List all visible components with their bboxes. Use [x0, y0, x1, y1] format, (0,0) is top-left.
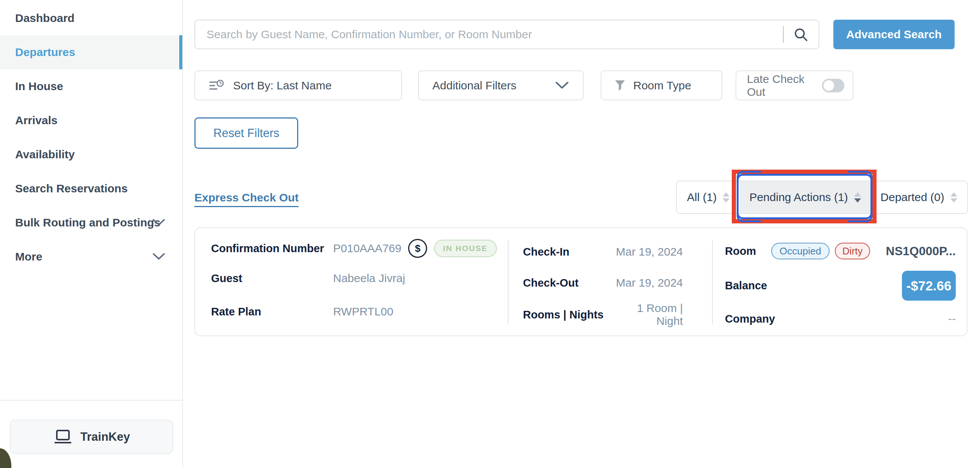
sidebar-item-label: Search Reservations: [15, 182, 128, 195]
rooms-nights-row: Rooms | Nights 1 Room | Night: [523, 305, 683, 325]
rate-plan-value: RWPRTL00: [333, 305, 393, 318]
check-out-row: Check-Out Mar 19, 2024: [523, 273, 683, 293]
sidebar-item-search-reservations[interactable]: Search Reservations: [0, 171, 182, 206]
search-divider: [783, 26, 784, 43]
toggle-knob: [824, 80, 834, 91]
search-bar: [194, 20, 819, 49]
sidebar-nav: Dashboard Departures In House Arrivals A…: [0, 1, 182, 274]
sidebar: Dashboard Departures In House Arrivals A…: [0, 0, 183, 468]
tab-all[interactable]: All (1): [677, 181, 740, 213]
sidebar-item-label: More: [15, 250, 43, 263]
check-out-value: Mar 19, 2024: [615, 276, 683, 289]
late-check-out-label: Late Check Out: [747, 73, 822, 98]
rooms-nights-label: Rooms | Nights: [523, 309, 615, 321]
company-label: Company: [725, 313, 775, 325]
room-type-label: Room Type: [633, 79, 691, 92]
guest-value: Nabeela Jivraj: [333, 272, 405, 285]
balance-row: Balance -$72.66: [725, 271, 956, 301]
trainkey-label: TrainKey: [80, 430, 130, 444]
in-house-badge: IN HOUSE: [434, 240, 497, 257]
company-value: --: [948, 313, 956, 325]
sidebar-item-label: Departures: [15, 46, 75, 59]
additional-filters-label: Additional Filters: [433, 79, 517, 92]
sort-arrows-icon: [854, 192, 861, 203]
laptop-icon: [53, 429, 73, 445]
trainkey-button[interactable]: TrainKey: [10, 420, 173, 454]
departure-status-tabs: All (1) Pending Actions (1) Departed (0): [676, 181, 968, 214]
reset-filters-button[interactable]: Reset Filters: [194, 117, 298, 149]
sidebar-item-in-house[interactable]: In House: [0, 69, 182, 103]
room-type-filter[interactable]: Room Type: [601, 70, 722, 100]
dollar-circle-icon[interactable]: $: [408, 239, 427, 258]
balance-label: Balance: [725, 279, 767, 292]
check-in-value: Mar 19, 2024: [615, 245, 683, 258]
chevron-down-icon: [153, 253, 165, 260]
check-out-label: Check-Out: [523, 277, 615, 289]
sort-by-dropdown[interactable]: Sort By: Last Name: [194, 70, 402, 100]
occupied-badge: Occupied: [771, 243, 830, 259]
funnel-icon: [614, 79, 626, 92]
check-in-row: Check-In Mar 19, 2024: [523, 242, 683, 262]
sidebar-item-label: Dashboard: [15, 12, 75, 25]
search-input[interactable]: [206, 28, 783, 41]
sidebar-item-availability[interactable]: Availability: [0, 138, 182, 171]
tab-pending-label: Pending Actions (1): [749, 191, 848, 204]
sort-icon: [209, 79, 225, 92]
sidebar-item-label: Availability: [15, 148, 75, 161]
tab-departed[interactable]: Departed (0): [870, 181, 967, 213]
rooms-nights-value: 1 Room | Night: [615, 302, 683, 328]
room-number-value: NS1Q000P...: [886, 244, 956, 258]
sidebar-item-label: Bulk Routing and Postings: [15, 216, 160, 229]
rate-plan-row: Rate Plan RWPRTL00: [211, 302, 393, 322]
tab-departed-label: Departed (0): [880, 191, 944, 204]
room-row: Room Occupied Dirty NS1Q000P...: [725, 241, 956, 261]
check-in-label: Check-In: [523, 246, 615, 258]
advanced-search-button[interactable]: Advanced Search: [833, 20, 955, 49]
reservation-card: Confirmation Number P010AAA769 $ IN HOUS…: [194, 227, 967, 336]
rate-plan-label: Rate Plan: [211, 306, 333, 318]
dirty-badge: Dirty: [835, 243, 870, 259]
sidebar-item-arrivals[interactable]: Arrivals: [0, 103, 182, 138]
search-icon[interactable]: [793, 27, 809, 43]
sidebar-item-bulk-routing[interactable]: Bulk Routing and Postings: [0, 206, 182, 240]
express-check-out-link[interactable]: Express Check Out: [194, 191, 299, 207]
room-status-badges: Occupied Dirty: [771, 243, 870, 259]
sidebar-item-departures[interactable]: Departures: [0, 35, 182, 69]
sidebar-item-label: Arrivals: [15, 114, 57, 127]
tab-pending-actions[interactable]: Pending Actions (1): [740, 181, 870, 213]
balance-badge[interactable]: -$72.66: [902, 271, 956, 301]
tab-all-label: All (1): [687, 191, 717, 204]
sidebar-item-more[interactable]: More: [0, 240, 182, 274]
chevron-down-icon: [153, 219, 165, 227]
card-divider: [508, 240, 509, 325]
corner-background-shape: [0, 448, 11, 468]
card-divider: [712, 240, 713, 325]
room-label: Room: [725, 245, 770, 257]
confirmation-label: Confirmation Number: [211, 242, 333, 255]
company-row: Company --: [725, 309, 956, 328]
sort-arrows-icon: [950, 192, 957, 203]
sidebar-item-dashboard[interactable]: Dashboard: [0, 1, 182, 35]
late-check-out-filter: Late Check Out: [735, 70, 853, 100]
late-check-out-toggle[interactable]: [822, 79, 844, 92]
guest-row: Guest Nabeela Jivraj: [211, 268, 405, 288]
sidebar-item-label: In House: [15, 80, 63, 93]
confirmation-value: P010AAA769: [333, 242, 401, 255]
additional-filters-dropdown[interactable]: Additional Filters: [418, 70, 584, 100]
sort-by-label: Sort By: Last Name: [233, 79, 332, 92]
sort-arrows-icon: [723, 192, 730, 203]
guest-label: Guest: [211, 272, 333, 285]
sidebar-divider: [0, 400, 183, 401]
departures-page: Dashboard Departures In House Arrivals A…: [0, 0, 980, 468]
confirmation-row: Confirmation Number P010AAA769 $ IN HOUS…: [211, 238, 497, 258]
chevron-down-icon: [555, 82, 568, 89]
